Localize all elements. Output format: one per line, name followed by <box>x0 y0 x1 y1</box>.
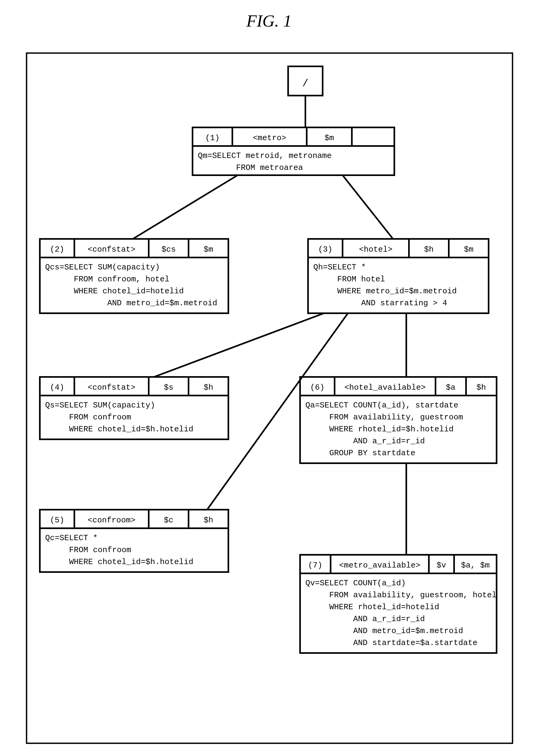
node2-var: $cs <box>161 245 176 254</box>
node1-num: (1) <box>205 133 220 142</box>
node-5-confroom: (5) <confroom> $c $h Qc=SELECT * FROM co… <box>40 510 228 572</box>
node2-body: Qcs=SELECT SUM(capacity) FROM confroom, … <box>45 263 217 308</box>
node4-tag: <confstat> <box>88 383 135 392</box>
node2-num: (2) <box>50 245 64 254</box>
node-2-confstat: (2) <confstat> $cs $m Qcs=SELECT SUM(cap… <box>40 239 228 313</box>
root-label: / <box>302 78 308 89</box>
node5-num: (5) <box>50 516 64 525</box>
node4-var: $s <box>164 383 173 392</box>
node2-parent: $m <box>204 245 213 254</box>
node3-body: Qh=SELECT * FROM hotel WHERE metro_id=$m… <box>313 263 457 308</box>
node2-tag: <confstat> <box>88 245 135 254</box>
node3-num: (3) <box>318 245 333 254</box>
node4-num: (4) <box>50 383 64 392</box>
node1-var: $m <box>325 133 334 142</box>
node4-body: Qs=SELECT SUM(capacity) FROM confroom WH… <box>45 401 193 434</box>
node-7-metro-available: (7) <metro_available> $v $a, $m Qv=SELEC… <box>300 555 497 653</box>
node7-var: $v <box>437 561 446 570</box>
node3-parent: $m <box>464 245 473 254</box>
node-6-hotel-available: (6) <hotel_available> $a $h Qa=SELECT CO… <box>300 377 497 463</box>
node5-var: $c <box>164 516 173 525</box>
node6-parent: $h <box>476 383 486 392</box>
node6-var: $a <box>446 383 456 392</box>
node7-tag: <metro_available> <box>339 561 420 570</box>
node-3-hotel: (3) <hotel> $h $m Qh=SELECT * FROM hotel… <box>308 239 489 313</box>
node1-tag: <metro> <box>253 133 286 142</box>
node1-body: Qm=SELECT metroid, metroname FROM metroa… <box>198 151 332 172</box>
node7-num: (7) <box>308 561 322 570</box>
node6-num: (6) <box>310 383 325 392</box>
node3-tag: <hotel> <box>359 245 393 254</box>
edge-n1-n2 <box>133 175 238 239</box>
node4-parent: $h <box>204 383 213 392</box>
node-1-metro: (1) <metro> $m Qm=SELECT metroid, metron… <box>192 127 394 175</box>
svg-rect-4 <box>352 127 394 146</box>
node3-var: $h <box>424 245 434 254</box>
node6-tag: <hotel_available> <box>345 383 426 392</box>
edge-n3-n4 <box>154 313 324 377</box>
node7-body: Qv=SELECT COUNT(a_id) FROM availability,… <box>305 579 497 647</box>
node5-tag: <confroom> <box>88 516 135 525</box>
node6-body: Qa=SELECT COUNT(a_id), startdate FROM av… <box>305 401 463 458</box>
edge-n1-n3 <box>343 175 393 239</box>
node7-parent: $a, $m <box>461 561 490 570</box>
root-node: / <box>288 66 323 96</box>
node5-parent: $h <box>204 516 213 525</box>
figure-title: FIG. 1 <box>246 11 292 30</box>
node-4-confstat: (4) <confstat> $s $h Qs=SELECT SUM(capac… <box>40 377 228 439</box>
node5-body: Qc=SELECT * FROM confroom WHERE chotel_i… <box>45 533 193 567</box>
